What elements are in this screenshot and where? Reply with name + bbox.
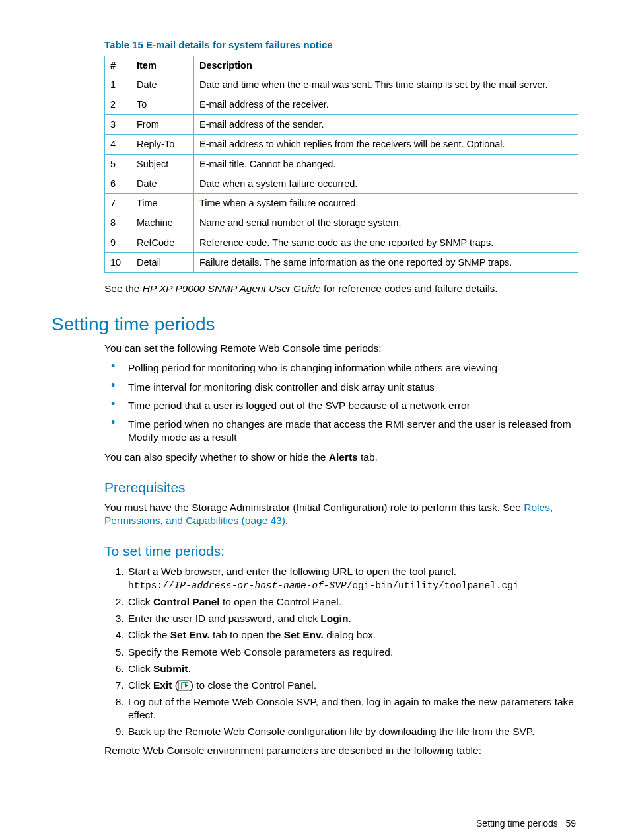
url-code: https://IP-address-or-host-name-of-SVP/c… (128, 580, 519, 591)
step-item: Click the Set Env. tab to open the Set E… (127, 627, 578, 644)
table-cell: E-mail title. Cannot be changed. (194, 154, 578, 174)
table-row: 5SubjectE-mail title. Cannot be changed. (105, 154, 578, 174)
section-heading: Setting time periods (52, 313, 578, 336)
table-row: 10DetailFailure details. The same inform… (105, 252, 578, 272)
table-cell: 1 (105, 75, 131, 95)
step-item: Click Exit () to close the Control Panel… (127, 677, 578, 694)
table-cell: Failure details. The same information as… (194, 252, 578, 272)
table-cell: 3 (105, 115, 131, 135)
table-row: 1DateDate and time when the e-mail was s… (105, 75, 578, 95)
table-cell: 5 (105, 154, 131, 174)
time-periods-list: Polling period for monitoring who is cha… (104, 359, 578, 447)
prerequisites-heading: Prerequisites (104, 478, 578, 496)
outro-paragraph: Remote Web Console environment parameter… (104, 744, 578, 757)
table-cell: Date (131, 174, 194, 194)
steps-list: Start a Web browser, and enter the follo… (104, 564, 578, 740)
step-item: Enter the user ID and password, and clic… (127, 611, 578, 627)
table-caption: Table 15 E-mail details for system failu… (104, 38, 578, 52)
table-cell: E-mail address of the sender. (194, 115, 578, 135)
table-cell: 2 (105, 95, 131, 115)
steps-heading: To set time periods: (104, 542, 578, 560)
exit-icon (178, 680, 190, 691)
table-row: 3FromE-mail address of the sender. (105, 115, 578, 135)
col-num: # (105, 56, 131, 75)
table-cell: Reply-To (131, 134, 194, 154)
table-row: 2ToE-mail address of the receiver. (105, 95, 578, 115)
table-cell: Date when a system failure occurred. (194, 174, 578, 194)
table-cell: Date and time when the e-mail was sent. … (194, 75, 578, 95)
table-row: 7TimeTime when a system failure occurred… (105, 194, 578, 213)
table-cell: To (131, 95, 194, 115)
prerequisites-paragraph: You must have the Storage Administrator … (104, 501, 578, 527)
table-cell: 6 (105, 174, 131, 194)
table-row: 6DateDate when a system failure occurred… (105, 174, 578, 194)
list-item: Time period when no changes are made tha… (104, 415, 578, 447)
step-item: Click Control Panel to open the Control … (127, 594, 578, 611)
list-item: Time period that a user is logged out of… (104, 397, 578, 415)
table-cell: 8 (105, 213, 131, 233)
table-cell: Reference code. The same code as the one… (194, 233, 578, 253)
alerts-paragraph: You can also specify whether to show or … (104, 451, 578, 464)
step-item: Back up the Remote Web Console configura… (127, 724, 578, 740)
table-cell: Date (131, 75, 194, 95)
table-cell: 7 (105, 194, 131, 213)
table-cell: 4 (105, 134, 131, 154)
table-row: 4Reply-ToE-mail address to which replies… (105, 134, 578, 154)
table-cell: E-mail address of the receiver. (194, 95, 578, 115)
step-item: Log out of the Remote Web Console SVP, a… (127, 694, 578, 724)
table-cell: E-mail address to which replies from the… (194, 134, 578, 154)
step-item: Start a Web browser, and enter the follo… (127, 564, 578, 594)
step-item: Specify the Remote Web Console parameter… (127, 644, 578, 661)
table-row: 9RefCodeReference code. The same code as… (105, 233, 578, 253)
reference-note: See the HP XP P9000 SNMP Agent User Guid… (104, 282, 578, 295)
table-cell: Subject (131, 154, 194, 174)
table-cell: From (131, 115, 194, 135)
table-cell: Time when a system failure occurred. (194, 194, 578, 213)
page-footer: Setting time periods 59 (52, 818, 578, 829)
table-cell: RefCode (131, 233, 194, 253)
table-cell: Time (131, 194, 194, 213)
table-cell: Detail (131, 252, 194, 272)
email-details-table: # Item Description 1DateDate and time wh… (104, 56, 578, 273)
col-desc: Description (194, 56, 578, 75)
table-cell: 10 (105, 252, 131, 272)
intro-paragraph: You can set the following Remote Web Con… (104, 342, 578, 355)
table-row: 8MachineName and serial number of the st… (105, 213, 578, 233)
step-item: Click Submit. (127, 661, 578, 677)
table-cell: 9 (105, 233, 131, 253)
list-item: Time interval for monitoring disk contro… (104, 378, 578, 397)
col-item: Item (131, 56, 194, 75)
list-item: Polling period for monitoring who is cha… (104, 359, 578, 377)
table-cell: Name and serial number of the storage sy… (194, 213, 578, 233)
table-cell: Machine (131, 213, 194, 233)
